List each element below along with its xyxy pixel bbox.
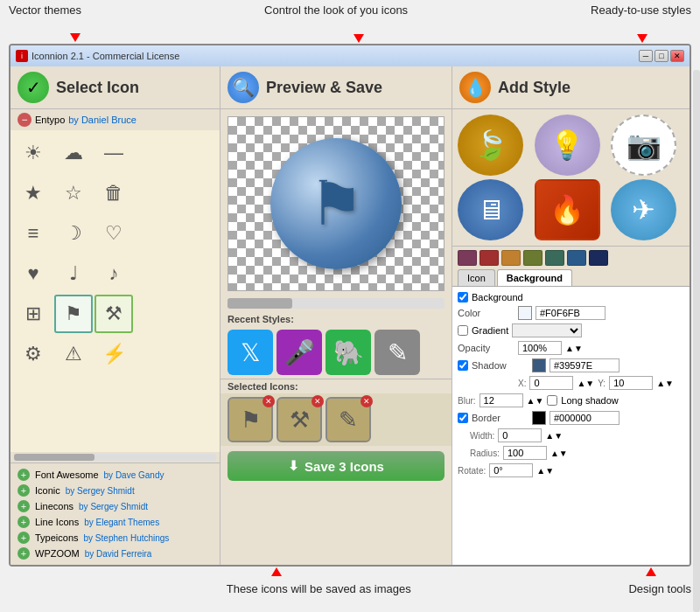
rotate-input[interactable]	[489, 463, 533, 477]
opacity-input[interactable]	[518, 341, 562, 355]
preview-scrollbar-thumb[interactable]	[228, 298, 292, 309]
tabs-row: Icon Background	[452, 269, 690, 287]
shadow-color-swatch[interactable]	[532, 358, 546, 372]
style-leaf[interactable]: 🍃	[458, 115, 523, 176]
main-content: ✓ Select Icon − Entypo by Daniel Bruce ☀…	[10, 66, 690, 565]
border-checkbox[interactable]	[458, 413, 468, 423]
selected-icons-label: Selected Icons:	[220, 379, 452, 393]
icon-row-1: ☀ ☁ —	[14, 134, 216, 172]
icon-trash[interactable]: 🗑	[94, 174, 133, 212]
add-wpzoom-btn[interactable]: +	[18, 547, 30, 560]
icon-gear[interactable]: ⚙	[14, 335, 52, 373]
selected-icon-flag[interactable]: ⚑ ✕	[228, 397, 273, 442]
recent-style-gray[interactable]: ✎	[374, 330, 420, 375]
recent-style-twitter[interactable]: 𝕏	[228, 330, 273, 375]
selected-icon-feather[interactable]: ✎ ✕	[326, 397, 371, 442]
swatch-orange[interactable]	[501, 250, 521, 266]
preview-scrollbar[interactable]	[228, 298, 444, 309]
minimize-button[interactable]: ─	[639, 50, 653, 62]
font-awesome-author[interactable]: by Dave Gandy	[104, 470, 164, 480]
color-swatch[interactable]	[518, 306, 532, 320]
add-style-panel: 💧 Add Style 🍃 💡 📷 🖥 🔥 ✈	[452, 66, 690, 565]
icon-grid-dots[interactable]: ⊞	[14, 295, 52, 333]
titlebar-controls[interactable]: ─ □ ✕	[639, 50, 684, 62]
swatch-blue[interactable]	[567, 250, 586, 266]
remove-tools-badge[interactable]: ✕	[312, 395, 324, 407]
add-typeicons-btn[interactable]: +	[18, 532, 30, 544]
remove-feather-badge[interactable]: ✕	[360, 395, 373, 407]
opacity-spinner-up[interactable]: ▲▼	[565, 344, 583, 353]
icon-lightning[interactable]: ⚡	[94, 335, 133, 373]
iconic-name: Iconic	[35, 485, 60, 496]
blur-input[interactable]	[480, 393, 523, 407]
save-icons-button[interactable]: ⬇ Save 3 Icons	[228, 451, 444, 481]
add-iconic-btn[interactable]: +	[18, 484, 30, 497]
font-source-author-link[interactable]: by Daniel Bruce	[68, 115, 136, 125]
icon-heart-fill[interactable]: ♥	[14, 254, 52, 293]
border-color-swatch[interactable]	[532, 411, 546, 425]
swatch-purple[interactable]	[458, 250, 477, 266]
icon-moon[interactable]: ☽	[54, 214, 93, 253]
recent-style-evernote[interactable]: 🐘	[326, 330, 371, 375]
remove-font-button[interactable]: −	[18, 113, 32, 127]
shadow-y-label: Y:	[598, 379, 606, 388]
icon-menu[interactable]: ≡	[14, 214, 52, 253]
preview-header-icon: 🔍	[228, 72, 259, 103]
shadow-y-input[interactable]	[609, 376, 653, 390]
icon-note2[interactable]: ♪	[94, 254, 133, 293]
style-flame[interactable]: 🔥	[535, 179, 600, 240]
shadow-x-input[interactable]	[529, 376, 573, 390]
icon-note1[interactable]: ♩	[54, 254, 93, 293]
border-color-input[interactable]	[550, 411, 620, 425]
style-bulb[interactable]: 💡	[535, 115, 600, 176]
add-font-awesome-btn[interactable]: +	[18, 469, 30, 481]
linecons-author[interactable]: by Sergey Shmidt	[79, 502, 148, 511]
add-lineicons-btn[interactable]: +	[18, 516, 30, 528]
style-plane[interactable]: ✈	[611, 179, 676, 240]
shadow-checkbox[interactable]	[458, 360, 468, 371]
typeicons-author[interactable]: by Stephen Hutchings	[84, 533, 170, 543]
icon-star-fill[interactable]: ★	[14, 174, 52, 212]
shadow-color-input[interactable]	[550, 358, 620, 372]
remove-flag-badge[interactable]: ✕	[262, 395, 275, 407]
icon-dash[interactable]: —	[94, 134, 133, 172]
font-item-5: + WPZOOM by David Ferreira	[18, 546, 213, 561]
wpzoom-author[interactable]: by David Ferreira	[85, 549, 152, 559]
radius-label: Radius:	[470, 449, 500, 458]
select-icon-panel: ✓ Select Icon − Entypo by Daniel Bruce ☀…	[10, 66, 220, 565]
add-linecons-btn[interactable]: +	[18, 500, 30, 512]
swatch-olive[interactable]	[523, 250, 542, 266]
icon-star-outline[interactable]: ☆	[54, 174, 93, 212]
font-source-name: Entypo	[35, 115, 65, 125]
style-monitor[interactable]: 🖥	[458, 179, 523, 240]
close-button[interactable]: ✕	[670, 50, 684, 62]
icon-flag[interactable]: ⚑	[54, 295, 93, 333]
lineicons-author[interactable]: by Elegant Themes	[84, 518, 159, 527]
icon-tools[interactable]: ⚒	[94, 295, 133, 333]
width-input[interactable]	[498, 428, 542, 442]
selected-icon-tools[interactable]: ⚒ ✕	[276, 397, 322, 442]
icon-sun[interactable]: ☀	[14, 134, 52, 172]
save-icon: ⬇	[288, 458, 299, 474]
tab-icon[interactable]: Icon	[458, 269, 495, 286]
gradient-select[interactable]	[512, 323, 582, 337]
radius-input[interactable]	[503, 446, 547, 460]
recent-style-mic[interactable]: 🎤	[276, 330, 322, 375]
swatch-teal[interactable]	[545, 250, 564, 266]
style-camera[interactable]: 📷	[611, 115, 676, 176]
icon-warning[interactable]: ⚠	[54, 335, 93, 373]
iconic-author[interactable]: by Sergey Shmidt	[66, 486, 135, 496]
swatch-navy[interactable]	[589, 250, 608, 266]
swatch-red[interactable]	[480, 250, 499, 266]
gradient-row: Gradient	[458, 323, 684, 337]
icon-heart-outline[interactable]: ♡	[94, 214, 133, 253]
color-input[interactable]	[536, 306, 606, 320]
background-checkbox[interactable]	[458, 292, 468, 303]
preview-header: 🔍 Preview & Save	[220, 66, 452, 109]
icon-cloud[interactable]: ☁	[54, 134, 93, 172]
preview-sphere: ⚑	[270, 138, 402, 269]
long-shadow-checkbox[interactable]	[547, 395, 557, 406]
maximize-button[interactable]: □	[654, 50, 668, 62]
gradient-checkbox[interactable]	[458, 325, 468, 336]
tab-background[interactable]: Background	[497, 269, 572, 286]
